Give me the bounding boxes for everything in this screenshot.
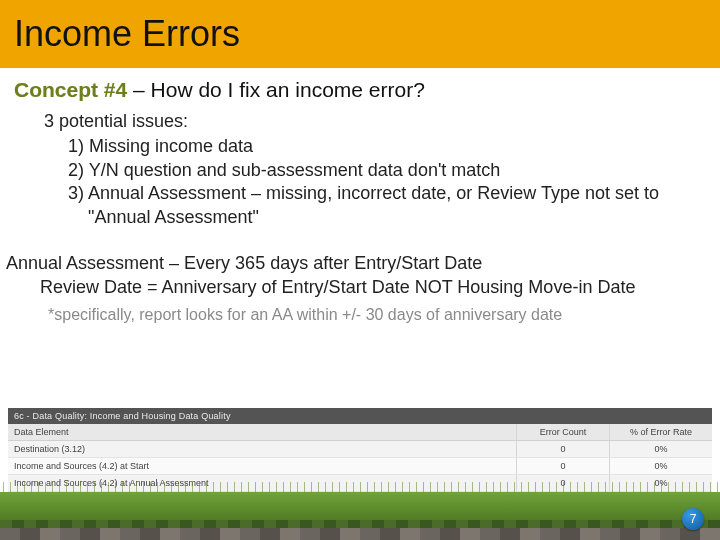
issue-1: 1) Missing income data xyxy=(44,135,706,158)
table-title: 6c - Data Quality: Income and Housing Da… xyxy=(8,408,712,424)
issues-block: 3 potential issues: 1) Missing income da… xyxy=(0,102,720,229)
cell-error-rate: 0% xyxy=(609,441,712,457)
concept-heading: Concept #4 – How do I fix an income erro… xyxy=(0,68,720,102)
col-error-rate: % of Error Rate xyxy=(609,424,712,440)
issue-3-line-1: 3) Annual Assessment – missing, incorrec… xyxy=(44,182,706,205)
col-data-element: Data Element xyxy=(8,424,516,440)
table-column-headers: Data Element Error Count % of Error Rate xyxy=(8,424,712,441)
annual-footnote: *specifically, report looks for an AA wi… xyxy=(6,304,706,326)
annual-line-1: Annual Assessment – Every 365 days after… xyxy=(6,251,706,275)
cell-name: Income and Sources (4.2) at Start xyxy=(8,458,516,474)
issue-3-line-2: "Annual Assessment" xyxy=(44,206,706,229)
cell-error-rate: 0% xyxy=(609,458,712,474)
col-error-count: Error Count xyxy=(516,424,609,440)
title-band: Income Errors xyxy=(0,0,720,68)
page-number-badge: 7 xyxy=(682,508,704,530)
annual-block: Annual Assessment – Every 365 days after… xyxy=(0,229,720,325)
page-title: Income Errors xyxy=(14,13,240,55)
table-row: Income and Sources (4.2) at Start 0 0% xyxy=(8,458,712,475)
decorative-grass xyxy=(0,482,720,492)
decorative-ground xyxy=(0,492,720,540)
cell-error-count: 0 xyxy=(516,458,609,474)
cell-error-count: 0 xyxy=(516,441,609,457)
concept-question: – How do I fix an income error? xyxy=(127,78,425,101)
concept-number: Concept #4 xyxy=(14,78,127,101)
issues-intro: 3 potential issues: xyxy=(44,110,706,133)
table-row: Destination (3.12) 0 0% xyxy=(8,441,712,458)
issue-2: 2) Y/N question and sub-assessment data … xyxy=(44,159,706,182)
cell-name: Destination (3.12) xyxy=(8,441,516,457)
annual-line-2: Review Date = Anniversary of Entry/Start… xyxy=(6,275,706,299)
